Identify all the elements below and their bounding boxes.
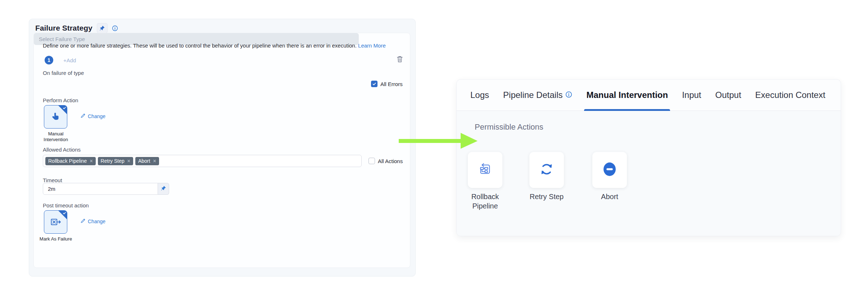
perform-action-label: Perform Action xyxy=(43,97,78,103)
tab-label: Manual Intervention xyxy=(586,90,668,100)
all-errors-option: All Errors xyxy=(371,81,403,87)
execution-tabs: Logs Pipeline Details Manual Interventio… xyxy=(457,80,841,111)
execution-details-panel: Logs Pipeline Details Manual Interventio… xyxy=(456,79,841,236)
change-label: Change xyxy=(88,219,105,224)
rollback-pipeline-button[interactable] xyxy=(468,152,502,188)
all-errors-checkbox[interactable] xyxy=(371,81,378,87)
failure-strategy-panel: Failure Strategy Define one or more fail… xyxy=(29,19,416,277)
action-label: Rollback Pipeline xyxy=(458,192,512,211)
tab-manual-intervention[interactable]: Manual Intervention xyxy=(586,80,668,111)
failure-strategy-header: Failure Strategy xyxy=(35,22,118,34)
rollback-icon xyxy=(478,162,492,178)
allowed-actions-input[interactable]: Rollback Pipeline × Retry Step × Abort × xyxy=(43,155,362,167)
tab-input[interactable]: Input xyxy=(682,80,701,111)
tag-label: Retry Step xyxy=(101,158,125,164)
change-label: Change xyxy=(88,113,105,119)
permissible-actions-heading: Permissible Actions xyxy=(475,122,543,132)
panel-title: Failure Strategy xyxy=(35,24,92,32)
retry-icon xyxy=(539,162,554,178)
post-timeout-action-label: Post timeout action xyxy=(43,202,89,208)
tab-label: Input xyxy=(682,90,701,100)
action-retry-step: Retry Step xyxy=(520,152,574,201)
tag-rollback-pipeline: Rollback Pipeline × xyxy=(45,157,96,165)
remove-tag-icon[interactable]: × xyxy=(153,158,156,163)
tab-output[interactable]: Output xyxy=(715,80,741,111)
tab-label: Output xyxy=(715,90,741,100)
perform-action-card[interactable] xyxy=(44,105,67,129)
check-icon xyxy=(372,82,376,86)
strategy-index-badge[interactable]: 1 xyxy=(45,56,53,64)
change-perform-action-link[interactable]: Change xyxy=(81,113,105,119)
manual-intervention-content: Permissible Actions Rollback Pipeline xyxy=(457,111,841,236)
tab-label: Execution Context xyxy=(755,90,826,100)
pin-icon xyxy=(99,26,105,31)
info-icon[interactable] xyxy=(112,25,118,31)
timeout-pin-button[interactable] xyxy=(158,183,169,195)
tab-logs[interactable]: Logs xyxy=(470,80,489,111)
post-timeout-action-card[interactable] xyxy=(44,210,67,234)
allowed-actions-label: Allowed Actions xyxy=(43,147,81,153)
action-rollback-pipeline: Rollback Pipeline xyxy=(458,152,512,211)
pin-button[interactable] xyxy=(97,23,108,33)
pencil-icon xyxy=(81,113,86,119)
timeout-label: Timeout xyxy=(43,177,62,183)
learn-more-link[interactable]: Learn More xyxy=(358,42,386,49)
pencil-icon xyxy=(81,218,86,224)
timeout-field xyxy=(43,183,169,195)
tag-retry-step: Retry Step × xyxy=(98,157,133,165)
tag-abort: Abort × xyxy=(135,157,159,165)
tab-label: Logs xyxy=(470,90,489,100)
tag-label: Rollback Pipeline xyxy=(48,158,87,164)
failure-strategy-form: Define one or more failure strategies. T… xyxy=(33,33,410,268)
all-errors-label: All Errors xyxy=(380,81,403,87)
remove-tag-icon[interactable]: × xyxy=(90,158,92,163)
action-label: Abort xyxy=(601,192,618,201)
action-label: Retry Step xyxy=(530,192,564,201)
remove-tag-icon[interactable]: × xyxy=(127,158,130,163)
info-icon xyxy=(565,90,572,100)
post-timeout-action-name: Mark As Failure xyxy=(39,236,73,242)
all-actions-label: All Actions xyxy=(378,158,403,164)
abort-button[interactable] xyxy=(592,152,627,188)
pin-icon xyxy=(161,186,166,192)
tab-execution-context[interactable]: Execution Context xyxy=(755,80,826,111)
tag-label: Abort xyxy=(138,158,150,164)
add-strategy-button[interactable]: +Add xyxy=(63,57,76,63)
change-post-timeout-link[interactable]: Change xyxy=(81,218,105,224)
on-failure-of-type-label: On failure of type xyxy=(43,70,84,76)
timeout-input[interactable] xyxy=(43,183,158,195)
tab-pipeline-details[interactable]: Pipeline Details xyxy=(503,80,572,111)
all-actions-checkbox[interactable] xyxy=(369,158,375,164)
all-actions-option: All Actions xyxy=(369,158,403,164)
perform-action-name: Manual Intervention xyxy=(39,131,73,143)
trash-icon xyxy=(397,58,403,64)
retry-step-button[interactable] xyxy=(529,152,564,188)
tab-label: Pipeline Details xyxy=(503,90,562,100)
description-text: Define one or more failure strategies. T… xyxy=(43,42,357,49)
action-abort: Abort xyxy=(583,152,637,201)
abort-icon xyxy=(602,162,617,178)
strategy-description: Define one or more failure strategies. T… xyxy=(43,42,403,49)
delete-strategy-button[interactable] xyxy=(397,55,403,64)
